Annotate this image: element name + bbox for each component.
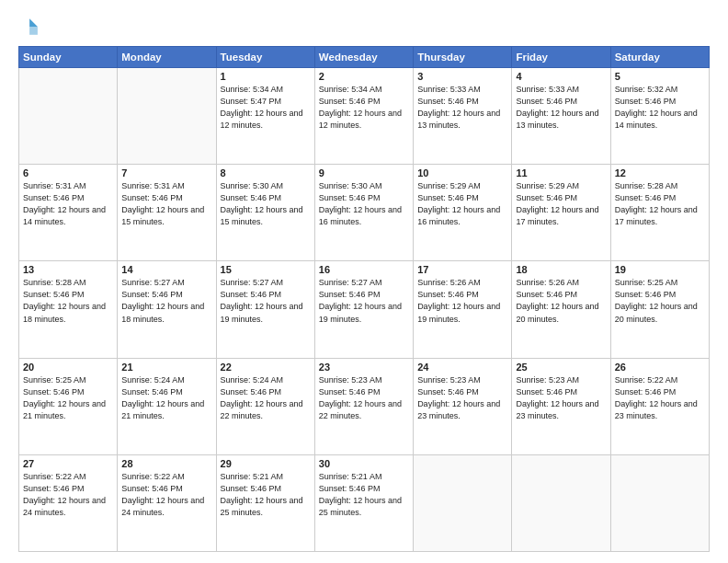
- weekday-header: Thursday: [414, 47, 512, 68]
- day-number: 11: [516, 167, 606, 178]
- calendar-cell: 16Sunrise: 5:27 AM Sunset: 5:46 PM Dayli…: [314, 261, 413, 358]
- calendar-week-row: 6Sunrise: 5:31 AM Sunset: 5:46 PM Daylig…: [19, 165, 710, 261]
- day-number: 1: [221, 71, 311, 82]
- page: SundayMondayTuesdayWednesdayThursdayFrid…: [0, 0, 728, 563]
- day-number: 23: [319, 362, 409, 373]
- calendar-cell: 3Sunrise: 5:33 AM Sunset: 5:46 PM Daylig…: [414, 68, 512, 165]
- day-number: 26: [615, 362, 705, 373]
- calendar-cell: [19, 68, 118, 165]
- day-number: 28: [121, 458, 211, 469]
- calendar-cell: 7Sunrise: 5:31 AM Sunset: 5:46 PM Daylig…: [118, 165, 216, 261]
- cell-info: Sunrise: 5:30 AM Sunset: 5:46 PM Dayligh…: [319, 180, 409, 228]
- weekday-header: Wednesday: [314, 47, 413, 68]
- cell-info: Sunrise: 5:28 AM Sunset: 5:46 PM Dayligh…: [23, 277, 113, 325]
- cell-info: Sunrise: 5:23 AM Sunset: 5:46 PM Dayligh…: [319, 374, 409, 422]
- day-number: 30: [319, 458, 409, 469]
- calendar-cell: [512, 454, 610, 551]
- calendar-cell: 17Sunrise: 5:26 AM Sunset: 5:46 PM Dayli…: [414, 261, 512, 358]
- calendar: SundayMondayTuesdayWednesdayThursdayFrid…: [18, 46, 710, 552]
- day-number: 13: [23, 264, 113, 275]
- cell-info: Sunrise: 5:29 AM Sunset: 5:46 PM Dayligh…: [417, 180, 507, 228]
- calendar-cell: 6Sunrise: 5:31 AM Sunset: 5:46 PM Daylig…: [19, 165, 118, 261]
- calendar-cell: 21Sunrise: 5:24 AM Sunset: 5:46 PM Dayli…: [118, 358, 216, 454]
- day-number: 18: [516, 264, 606, 275]
- logo-icon: [18, 17, 39, 37]
- day-number: 4: [516, 71, 606, 82]
- calendar-cell: 15Sunrise: 5:27 AM Sunset: 5:46 PM Dayli…: [216, 261, 314, 358]
- cell-info: Sunrise: 5:22 AM Sunset: 5:46 PM Dayligh…: [23, 471, 113, 519]
- day-number: 7: [121, 167, 211, 178]
- logo: [18, 17, 42, 37]
- day-number: 27: [23, 458, 113, 469]
- calendar-cell: [414, 454, 512, 551]
- cell-info: Sunrise: 5:25 AM Sunset: 5:46 PM Dayligh…: [23, 374, 113, 422]
- svg-marker-1: [29, 27, 38, 35]
- cell-info: Sunrise: 5:33 AM Sunset: 5:46 PM Dayligh…: [516, 84, 606, 132]
- day-number: 19: [615, 264, 705, 275]
- day-number: 22: [221, 362, 311, 373]
- cell-info: Sunrise: 5:32 AM Sunset: 5:46 PM Dayligh…: [615, 84, 705, 132]
- cell-info: Sunrise: 5:21 AM Sunset: 5:46 PM Dayligh…: [221, 471, 311, 519]
- day-number: 14: [121, 264, 211, 275]
- day-number: 8: [221, 167, 311, 178]
- day-number: 12: [615, 167, 705, 178]
- cell-info: Sunrise: 5:28 AM Sunset: 5:46 PM Dayligh…: [615, 180, 705, 228]
- cell-info: Sunrise: 5:26 AM Sunset: 5:46 PM Dayligh…: [417, 277, 507, 325]
- cell-info: Sunrise: 5:23 AM Sunset: 5:46 PM Dayligh…: [417, 374, 507, 422]
- cell-info: Sunrise: 5:34 AM Sunset: 5:46 PM Dayligh…: [319, 84, 409, 132]
- weekday-header: Friday: [512, 47, 610, 68]
- calendar-cell: 28Sunrise: 5:22 AM Sunset: 5:46 PM Dayli…: [118, 454, 216, 551]
- day-number: 21: [121, 362, 211, 373]
- day-number: 17: [417, 264, 507, 275]
- cell-info: Sunrise: 5:33 AM Sunset: 5:46 PM Dayligh…: [417, 84, 507, 132]
- calendar-cell: 9Sunrise: 5:30 AM Sunset: 5:46 PM Daylig…: [314, 165, 413, 261]
- calendar-week-row: 13Sunrise: 5:28 AM Sunset: 5:46 PM Dayli…: [19, 261, 710, 358]
- calendar-cell: 19Sunrise: 5:25 AM Sunset: 5:46 PM Dayli…: [610, 261, 709, 358]
- cell-info: Sunrise: 5:21 AM Sunset: 5:46 PM Dayligh…: [319, 471, 409, 519]
- cell-info: Sunrise: 5:24 AM Sunset: 5:46 PM Dayligh…: [121, 374, 211, 422]
- cell-info: Sunrise: 5:27 AM Sunset: 5:46 PM Dayligh…: [319, 277, 409, 325]
- cell-info: Sunrise: 5:27 AM Sunset: 5:46 PM Dayligh…: [121, 277, 211, 325]
- day-number: 5: [615, 71, 705, 82]
- cell-info: Sunrise: 5:25 AM Sunset: 5:46 PM Dayligh…: [615, 277, 705, 325]
- calendar-week-row: 27Sunrise: 5:22 AM Sunset: 5:46 PM Dayli…: [19, 454, 710, 551]
- calendar-cell: [118, 68, 216, 165]
- cell-info: Sunrise: 5:22 AM Sunset: 5:46 PM Dayligh…: [615, 374, 705, 422]
- calendar-cell: 18Sunrise: 5:26 AM Sunset: 5:46 PM Dayli…: [512, 261, 610, 358]
- weekday-header: Sunday: [19, 47, 118, 68]
- day-number: 24: [417, 362, 507, 373]
- weekday-header: Saturday: [610, 47, 709, 68]
- day-number: 6: [23, 167, 113, 178]
- calendar-week-row: 1Sunrise: 5:34 AM Sunset: 5:47 PM Daylig…: [19, 68, 710, 165]
- calendar-cell: 24Sunrise: 5:23 AM Sunset: 5:46 PM Dayli…: [414, 358, 512, 454]
- cell-info: Sunrise: 5:34 AM Sunset: 5:47 PM Dayligh…: [221, 84, 311, 132]
- day-number: 3: [417, 71, 507, 82]
- header: [18, 17, 710, 37]
- cell-info: Sunrise: 5:24 AM Sunset: 5:46 PM Dayligh…: [221, 374, 311, 422]
- calendar-cell: 5Sunrise: 5:32 AM Sunset: 5:46 PM Daylig…: [610, 68, 709, 165]
- day-number: 10: [417, 167, 507, 178]
- calendar-cell: 4Sunrise: 5:33 AM Sunset: 5:46 PM Daylig…: [512, 68, 610, 165]
- cell-info: Sunrise: 5:22 AM Sunset: 5:46 PM Dayligh…: [121, 471, 211, 519]
- calendar-cell: 30Sunrise: 5:21 AM Sunset: 5:46 PM Dayli…: [314, 454, 413, 551]
- calendar-cell: 25Sunrise: 5:23 AM Sunset: 5:46 PM Dayli…: [512, 358, 610, 454]
- cell-info: Sunrise: 5:27 AM Sunset: 5:46 PM Dayligh…: [221, 277, 311, 325]
- day-number: 16: [319, 264, 409, 275]
- calendar-week-row: 20Sunrise: 5:25 AM Sunset: 5:46 PM Dayli…: [19, 358, 710, 454]
- day-number: 9: [319, 167, 409, 178]
- calendar-cell: 20Sunrise: 5:25 AM Sunset: 5:46 PM Dayli…: [19, 358, 118, 454]
- calendar-cell: 26Sunrise: 5:22 AM Sunset: 5:46 PM Dayli…: [610, 358, 709, 454]
- calendar-cell: 1Sunrise: 5:34 AM Sunset: 5:47 PM Daylig…: [216, 68, 314, 165]
- calendar-cell: 23Sunrise: 5:23 AM Sunset: 5:46 PM Dayli…: [314, 358, 413, 454]
- weekday-header: Tuesday: [216, 47, 314, 68]
- calendar-cell: 2Sunrise: 5:34 AM Sunset: 5:46 PM Daylig…: [314, 68, 413, 165]
- calendar-cell: 10Sunrise: 5:29 AM Sunset: 5:46 PM Dayli…: [414, 165, 512, 261]
- cell-info: Sunrise: 5:29 AM Sunset: 5:46 PM Dayligh…: [516, 180, 606, 228]
- day-number: 20: [23, 362, 113, 373]
- weekday-header: Monday: [118, 47, 216, 68]
- day-number: 15: [221, 264, 311, 275]
- svg-marker-0: [29, 18, 38, 27]
- calendar-cell: 29Sunrise: 5:21 AM Sunset: 5:46 PM Dayli…: [216, 454, 314, 551]
- day-number: 25: [516, 362, 606, 373]
- calendar-cell: 8Sunrise: 5:30 AM Sunset: 5:46 PM Daylig…: [216, 165, 314, 261]
